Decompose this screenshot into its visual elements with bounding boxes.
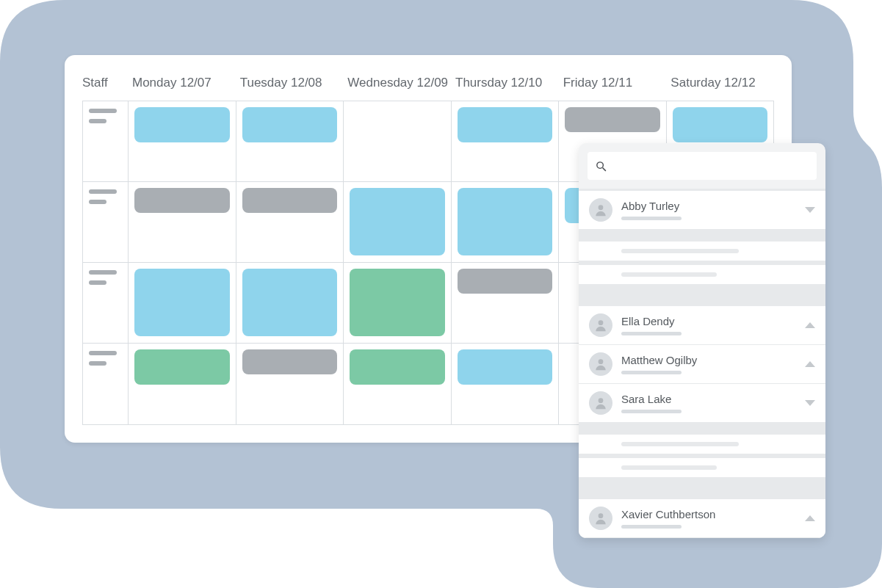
detail-text-placeholder <box>621 442 739 446</box>
calendar-cell[interactable] <box>452 182 560 262</box>
day-header: Wednesday 12/09 <box>343 76 451 90</box>
person-header[interactable]: Matthew Ogilby <box>579 345 825 383</box>
chevron-down-icon[interactable] <box>805 400 815 406</box>
calendar-cell[interactable] <box>452 344 560 424</box>
svg-point-6 <box>599 513 604 518</box>
svg-point-3 <box>599 320 604 325</box>
person-header[interactable]: Abby Turley <box>579 191 825 229</box>
chevron-down-icon[interactable] <box>805 207 815 213</box>
detail-row[interactable] <box>579 458 825 477</box>
schedule-block[interactable] <box>673 107 768 142</box>
day-header: Tuesday 12/08 <box>236 76 344 90</box>
svg-point-4 <box>599 359 604 364</box>
day-header: Thursday 12/10 <box>451 76 559 90</box>
schedule-block[interactable] <box>350 269 445 336</box>
people-list: Abby TurleyElla DendyMatthew OgilbySara … <box>579 191 825 538</box>
calendar-cell[interactable] <box>129 344 236 424</box>
schedule-block[interactable] <box>350 349 445 385</box>
person-subtext-placeholder <box>621 332 682 335</box>
person-item: Sara Lake <box>579 384 825 423</box>
schedule-block[interactable] <box>458 349 553 385</box>
calendar-cell[interactable] <box>344 263 452 343</box>
person-details <box>579 423 825 489</box>
staff-cell <box>83 344 129 424</box>
schedule-block[interactable] <box>134 349 230 385</box>
calendar-cell[interactable] <box>129 182 236 262</box>
person-name: Ella Dendy <box>621 315 796 327</box>
staff-role-placeholder <box>89 280 106 285</box>
schedule-block[interactable] <box>242 107 338 142</box>
schedule-block[interactable] <box>134 188 230 213</box>
schedule-block[interactable] <box>350 188 445 255</box>
day-header: Friday 12/11 <box>559 76 667 90</box>
staff-role-placeholder <box>89 119 106 123</box>
schedule-block[interactable] <box>458 269 553 294</box>
chevron-up-icon[interactable] <box>805 515 815 521</box>
staff-role-placeholder <box>89 200 106 204</box>
schedule-block[interactable] <box>242 269 338 336</box>
schedule-block[interactable] <box>134 269 230 336</box>
calendar-cell[interactable] <box>236 182 344 262</box>
person-info: Matthew Ogilby <box>621 354 796 374</box>
search-input[interactable] <box>588 152 817 180</box>
person-header[interactable]: Xavier Cuthbertson <box>579 499 825 537</box>
person-name: Matthew Ogilby <box>621 354 796 366</box>
schedule-block[interactable] <box>458 188 553 255</box>
person-info: Xavier Cuthbertson <box>621 508 796 529</box>
person-name: Sara Lake <box>621 393 796 405</box>
calendar-cell[interactable] <box>452 101 560 181</box>
avatar <box>589 507 612 530</box>
calendar-cell[interactable] <box>344 182 452 262</box>
person-item: Xavier Cuthbertson <box>579 499 825 538</box>
person-item: Ella Dendy <box>579 306 825 345</box>
person-header[interactable]: Sara Lake <box>579 384 825 422</box>
person-header[interactable]: Ella Dendy <box>579 306 825 344</box>
person-item: Abby Turley <box>579 191 825 230</box>
schedule-block[interactable] <box>242 349 338 374</box>
day-header: Monday 12/07 <box>128 76 236 90</box>
panel-divider <box>579 296 825 306</box>
detail-row[interactable] <box>579 242 825 261</box>
avatar <box>589 198 612 222</box>
calendar-cell[interactable] <box>236 344 344 424</box>
detail-row[interactable] <box>579 265 825 284</box>
schedule-block[interactable] <box>242 188 338 213</box>
schedule-block[interactable] <box>134 107 230 142</box>
staff-name-placeholder <box>89 351 117 355</box>
calendar-cell[interactable] <box>236 101 344 181</box>
detail-text-placeholder <box>621 249 739 253</box>
staff-cell <box>83 101 129 181</box>
calendar-cell[interactable] <box>129 101 236 181</box>
calendar-cell[interactable] <box>452 263 560 343</box>
svg-point-0 <box>597 161 604 168</box>
calendar-cell[interactable] <box>344 101 452 181</box>
person-info: Ella Dendy <box>621 315 796 335</box>
people-panel: Abby TurleyElla DendyMatthew OgilbySara … <box>579 143 825 538</box>
avatar <box>589 391 612 415</box>
calendar-cell[interactable] <box>129 263 236 343</box>
svg-point-2 <box>599 205 604 210</box>
calendar-header: Staff Monday 12/07 Tuesday 12/08 Wednesd… <box>82 76 774 101</box>
staff-name-placeholder <box>89 270 117 275</box>
person-details <box>579 230 825 296</box>
person-subtext-placeholder <box>621 217 682 220</box>
detail-text-placeholder <box>621 465 717 470</box>
person-info: Sara Lake <box>621 393 796 413</box>
calendar-cell[interactable] <box>344 344 452 424</box>
calendar-cell[interactable] <box>236 263 344 343</box>
search-wrap <box>579 143 825 189</box>
person-item: Matthew Ogilby <box>579 345 825 384</box>
person-name: Xavier Cuthbertson <box>621 508 796 520</box>
detail-row[interactable] <box>579 435 825 454</box>
avatar <box>589 352 612 376</box>
staff-name-placeholder <box>89 109 117 113</box>
chevron-up-icon[interactable] <box>805 361 815 367</box>
person-subtext-placeholder <box>621 371 682 374</box>
panel-divider <box>579 489 825 499</box>
schedule-block[interactable] <box>458 107 553 142</box>
search-icon <box>595 160 607 173</box>
schedule-block[interactable] <box>565 107 660 132</box>
chevron-up-icon[interactable] <box>805 322 815 328</box>
svg-line-1 <box>603 167 606 170</box>
staff-name-placeholder <box>89 189 117 194</box>
